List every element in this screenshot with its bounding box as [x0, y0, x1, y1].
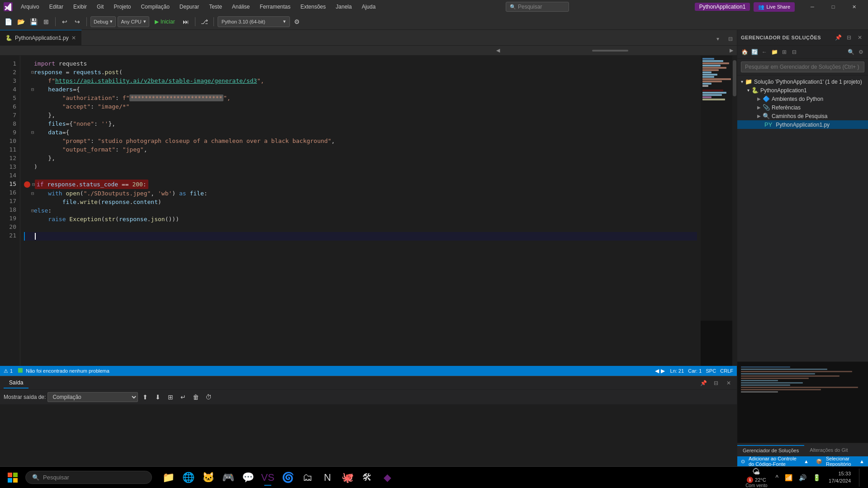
solution-panel-pin-btn[interactable]: 📌: [834, 33, 843, 42]
taskbar-debug-icon[interactable]: 🛠: [358, 469, 376, 487]
menu-projeto[interactable]: Projeto: [109, 2, 135, 12]
tab-close-btn[interactable]: ✕: [71, 35, 76, 41]
python-selector[interactable]: Python 3.10 (64-bit) ▾: [218, 16, 290, 27]
repo-label[interactable]: Selecionar Repositório: [826, 456, 856, 466]
menu-analise[interactable]: Análise: [228, 2, 254, 12]
pin-panel-btn[interactable]: 📌: [699, 379, 708, 388]
menu-editar[interactable]: Editar: [45, 2, 68, 12]
output-source-select[interactable]: Compilação: [47, 392, 138, 402]
live-share-button[interactable]: 👥 Live Share: [754, 2, 795, 12]
open-btn[interactable]: 📂: [15, 16, 26, 27]
redo-btn[interactable]: ↪: [72, 16, 83, 27]
status-line-col[interactable]: Ln: 21 Car: 1 SPC CRLF: [670, 368, 733, 374]
weather-section[interactable]: 🌤 1 22°C Com vento: [745, 467, 767, 488]
taskbar-app3-icon[interactable]: 💬: [239, 469, 257, 487]
output-clear-btn[interactable]: 🗑: [190, 392, 201, 403]
status-error-count[interactable]: ⚠ 1: [4, 368, 13, 374]
tree-main-file[interactable]: PY PythonApplication1.py: [737, 120, 868, 129]
menu-depurar[interactable]: Depurar: [175, 2, 204, 12]
taskbar-n-icon[interactable]: N: [318, 469, 337, 487]
tree-solution-root[interactable]: ▾ 📁 Solução 'PythonApplication1' (1 de 1…: [737, 77, 868, 86]
solution-search-input[interactable]: [741, 62, 864, 72]
taskbar-vs-icon[interactable]: VS: [259, 469, 277, 487]
minimize-button[interactable]: ─: [802, 0, 823, 14]
menu-janela[interactable]: Janela: [331, 2, 356, 12]
taskbar-app2-icon[interactable]: 🎮: [219, 469, 237, 487]
volume-icon[interactable]: 🔊: [797, 472, 808, 483]
left-arrow-icon[interactable]: ◀: [655, 368, 659, 374]
maximize-button[interactable]: □: [823, 0, 844, 14]
platform-dropdown[interactable]: Any CPU ▾: [118, 16, 149, 27]
menu-extensoes[interactable]: Extensões: [296, 2, 330, 12]
menu-teste[interactable]: Teste: [204, 2, 227, 12]
save-btn[interactable]: 💾: [28, 16, 39, 27]
solution-bottom-tab-1[interactable]: Gerenciador de Soluções: [737, 445, 804, 455]
battery-icon[interactable]: 🔋: [811, 472, 822, 483]
breakpoint-15[interactable]: [24, 181, 30, 188]
split-editor-btn[interactable]: ⊟: [724, 33, 737, 45]
tab-list-btn[interactable]: ▾: [711, 33, 724, 45]
output-wrap-btn[interactable]: ↵: [178, 392, 189, 403]
float-panel-btn[interactable]: ⊟: [711, 379, 721, 388]
new-file-btn[interactable]: 📄: [3, 16, 14, 27]
solution-panel-close-btn[interactable]: ✕: [855, 33, 864, 42]
output-scroll-down-btn[interactable]: ⬇: [152, 392, 163, 403]
show-desktop-btn[interactable]: [859, 469, 864, 487]
tree-caminhos[interactable]: ▶ 🔍 Caminhos de Pesquisa: [737, 112, 868, 120]
taskbar-app1-icon[interactable]: 🐱: [199, 469, 217, 487]
taskbar-time[interactable]: 15:33 17/4/2024: [825, 469, 854, 486]
start-button[interactable]: [4, 469, 22, 487]
right-arrow-icon[interactable]: ▶: [661, 368, 665, 374]
solution-bottom-tab-2[interactable]: Alterações do Git: [804, 445, 853, 455]
network-icon[interactable]: 📶: [783, 472, 794, 483]
tab-saida[interactable]: Saída: [4, 378, 28, 389]
taskbar-github-icon[interactable]: 🐙: [338, 469, 356, 487]
close-button[interactable]: ✕: [844, 0, 864, 14]
save-all-btn[interactable]: ⊞: [41, 16, 52, 27]
git-btn[interactable]: ⎇: [199, 16, 210, 27]
run-button[interactable]: ▶ Iniciar: [151, 18, 179, 26]
source-ctrl-label[interactable]: Adicionar ao Controle do Código-Fonte: [749, 456, 800, 466]
taskbar-search[interactable]: 🔍 Pesquisar: [25, 471, 152, 484]
solution-collapse-btn[interactable]: ⊟: [790, 47, 799, 57]
output-scroll-up-btn[interactable]: ⬆: [140, 392, 151, 403]
taskbar-edge-icon[interactable]: 🌀: [279, 469, 297, 487]
solution-panel-float-btn[interactable]: ⊟: [844, 33, 854, 42]
step-over-btn[interactable]: ⏭: [180, 16, 191, 27]
scroll-arrow-right[interactable]: ▶: [730, 47, 733, 53]
solution-files-btn[interactable]: 📁: [770, 47, 779, 57]
hidden-icons-btn[interactable]: ^: [773, 472, 780, 483]
minimap[interactable]: [701, 56, 732, 366]
code-area[interactable]: import requests ⊟ response = requests.po…: [20, 56, 701, 366]
solution-refresh-btn[interactable]: 🔄: [750, 47, 759, 57]
output-clock-btn[interactable]: ⏱: [203, 392, 214, 403]
scroll-arrow-left[interactable]: ◀: [496, 47, 500, 53]
tab-pythonapp[interactable]: 🐍 PythonApplication1.py ✕: [0, 30, 82, 45]
taskbar-purple-icon[interactable]: ◆: [378, 469, 396, 487]
tree-project[interactable]: ▾ 🐍 PythonApplication1: [737, 86, 868, 95]
solution-back-btn[interactable]: ←: [760, 47, 769, 57]
menu-git[interactable]: Git: [92, 2, 108, 12]
menu-ferramentas[interactable]: Ferramentas: [255, 2, 295, 12]
solution-expand-btn[interactable]: ⊞: [780, 47, 789, 57]
scroll-arrows[interactable]: ◀ ▶: [655, 368, 665, 374]
scrollbar-thumb[interactable]: [733, 60, 736, 96]
taskbar-files-icon[interactable]: 🗂: [299, 469, 317, 487]
vertical-scrollbar[interactable]: [732, 56, 737, 366]
menu-ajuda[interactable]: Ajuda: [357, 2, 380, 12]
title-search[interactable]: 🔍 Pesquisar: [506, 2, 569, 12]
status-no-problems[interactable]: Não foi encontrado nenhum problema: [18, 368, 109, 374]
menu-compilacao[interactable]: Compilação: [136, 2, 174, 12]
tree-ambientes[interactable]: ▶ 🔷 Ambientes do Python: [737, 95, 868, 103]
close-panel-btn[interactable]: ✕: [724, 379, 733, 388]
solution-home-btn[interactable]: 🏠: [740, 47, 749, 57]
menu-exibir[interactable]: Exibir: [69, 2, 91, 12]
output-filter-btn[interactable]: ⊞: [165, 392, 176, 403]
menu-arquivo[interactable]: Arquivo: [16, 2, 44, 12]
taskbar-explorer-icon[interactable]: 📁: [159, 469, 177, 487]
solution-filter-btn[interactable]: 🔍: [846, 47, 855, 57]
tree-referencias[interactable]: ▶ 📎 Referências: [737, 103, 868, 112]
debug-dropdown[interactable]: Debug ▾: [90, 16, 116, 27]
solution-settings-btn[interactable]: ⚙: [856, 47, 865, 57]
taskbar-browser-icon[interactable]: 🌐: [179, 469, 197, 487]
